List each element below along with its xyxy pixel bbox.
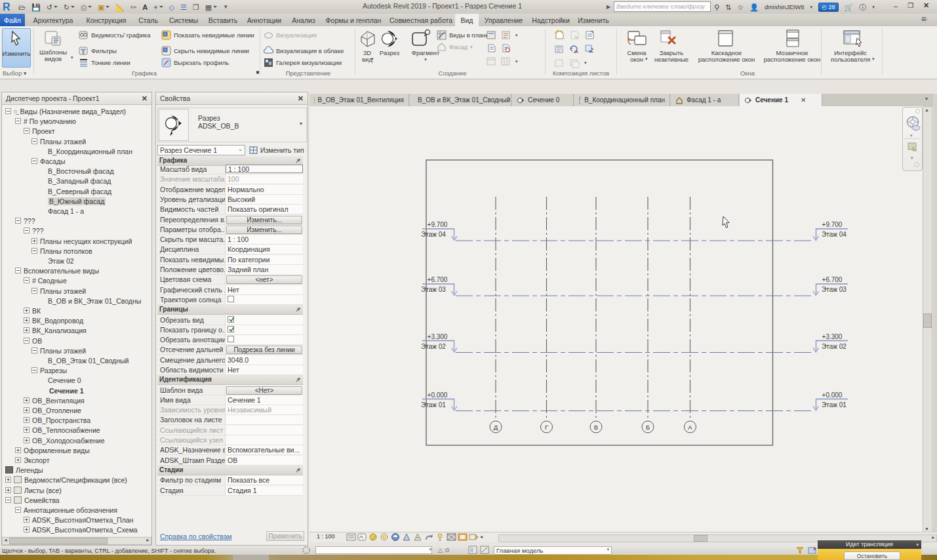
svg-text:Этаж 04: Этаж 04 (421, 231, 446, 238)
svg-text:Б: Б (646, 424, 650, 431)
svg-text:R: R (3, 1, 10, 12)
svg-text:+6.700: +6.700 (822, 276, 843, 283)
svg-text:В: В (594, 424, 598, 431)
svg-text:Д: Д (494, 424, 498, 431)
svg-text:Этаж 01: Этаж 01 (421, 401, 446, 409)
svg-text:Г: Г (545, 424, 548, 431)
svg-text:A: A (574, 49, 578, 54)
svg-text:+0.000: +0.000 (822, 391, 843, 399)
svg-text:Этаж 03: Этаж 03 (421, 286, 446, 293)
svg-text:Этаж 02: Этаж 02 (421, 343, 446, 350)
svg-text:+3.300: +3.300 (428, 333, 448, 340)
svg-text:Этаж 02: Этаж 02 (822, 343, 847, 350)
svg-text:+6.700: +6.700 (428, 276, 448, 283)
svg-text:+9.700: +9.700 (428, 221, 448, 228)
svg-text:Этаж 01: Этаж 01 (822, 401, 847, 409)
svg-text:А: А (688, 424, 692, 431)
svg-text:+3.300: +3.300 (822, 333, 843, 340)
svg-text:+9.700: +9.700 (822, 221, 843, 228)
svg-text:Этаж 04: Этаж 04 (822, 231, 847, 238)
svg-text:+0.000: +0.000 (428, 391, 448, 399)
svg-text:Этаж 03: Этаж 03 (822, 286, 847, 293)
